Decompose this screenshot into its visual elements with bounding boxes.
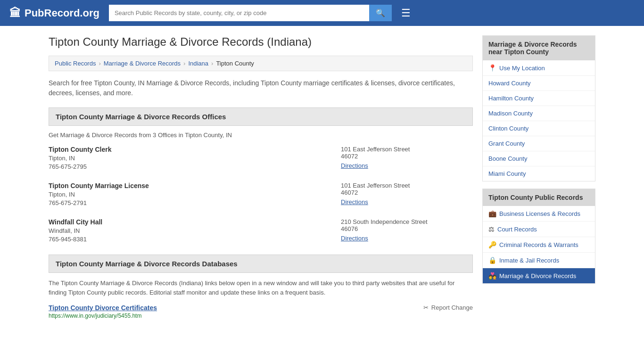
office-phone: 765-945-8381 [49, 236, 341, 243]
office-zip: 46072 [341, 153, 473, 160]
page-title: Tipton County Marriage & Divorce Records… [49, 35, 473, 49]
court-icon: ⚖ [488, 225, 495, 233]
sidebar-item-madison-county[interactable]: Madison County [483, 106, 595, 121]
nearby-section-header: Marriage & Divorce Records near Tipton C… [483, 36, 595, 60]
grant-county-link[interactable]: Grant County [488, 140, 525, 147]
search-button[interactable]: 🔍 [369, 5, 392, 21]
db-entry-left: Tipton County Divorce Certificates https… [49, 304, 157, 319]
page-description: Search for free Tipton County, IN Marria… [49, 78, 473, 98]
breadcrumb-public-records[interactable]: Public Records [55, 60, 96, 67]
howard-county-link[interactable]: Howard County [488, 80, 531, 87]
site-header: 🏛 PubRecord.org 🔍 ☰ [0, 0, 644, 26]
site-logo[interactable]: 🏛 PubRecord.org [9, 7, 99, 20]
inmate-records-link[interactable]: Inmate & Jail Records [499, 257, 559, 264]
miami-county-link[interactable]: Miami County [488, 170, 526, 177]
office-entry: Tipton County Clerk Tipton, IN 765-675-2… [49, 146, 473, 170]
sidebar-item-clinton-county[interactable]: Clinton County [483, 121, 595, 136]
search-input[interactable] [109, 5, 369, 21]
directions-link[interactable]: Directions [341, 198, 368, 206]
office-address: 210 South Independence Street [341, 218, 473, 225]
breadcrumb-sep-1: › [99, 60, 100, 67]
criminal-icon: 🔑 [488, 241, 496, 248]
offices-section-header: Tipton County Marriage & Divorce Records… [49, 107, 473, 126]
madison-county-link[interactable]: Madison County [488, 110, 533, 117]
directions-link[interactable]: Directions [341, 162, 368, 169]
office-entry: Windfall City Hall Windfall, IN 765-945-… [49, 218, 473, 243]
public-records-section: Tipton County Public Records 💼 Business … [482, 189, 595, 284]
directions-link[interactable]: Directions [341, 235, 368, 242]
sidebar-item-business-licenses[interactable]: 💼 Business Licenses & Records [483, 206, 595, 222]
breadcrumb-sep-3: › [211, 60, 213, 67]
business-icon: 💼 [488, 210, 496, 217]
office-name: Windfall City Hall [49, 218, 341, 226]
sidebar-item-inmate-records[interactable]: 🔒 Inmate & Jail Records [483, 253, 595, 268]
logo-icon: 🏛 [9, 7, 21, 20]
sidebar-item-miami-county[interactable]: Miami County [483, 166, 595, 181]
office-city: Tipton, IN [49, 155, 341, 162]
sidebar-item-hamilton-county[interactable]: Hamilton County [483, 91, 595, 106]
search-bar: 🔍 [109, 5, 392, 21]
public-records-header: Tipton County Public Records [483, 189, 595, 206]
main-container: Tipton County Marriage & Divorce Records… [39, 26, 605, 329]
marriage-icon: 💑 [488, 272, 496, 280]
offices-section-desc: Get Marriage & Divorce Records from 3 Of… [49, 132, 473, 139]
office-city: Tipton, IN [49, 191, 341, 198]
breadcrumb-marriage-records[interactable]: Marriage & Divorce Records [104, 60, 181, 67]
sidebar-item-boone-county[interactable]: Boone County [483, 151, 595, 166]
office-address: 101 East Jefferson Street [341, 182, 473, 189]
databases-section-header: Tipton County Marriage & Divorce Records… [49, 255, 473, 273]
hamilton-county-link[interactable]: Hamilton County [488, 95, 534, 102]
breadcrumb: Public Records › Marriage & Divorce Reco… [49, 56, 473, 71]
db-entry: Tipton County Divorce Certificates https… [49, 304, 473, 319]
main-content: Tipton County Marriage & Divorce Records… [49, 35, 473, 319]
sidebar-item-howard-county[interactable]: Howard County [483, 76, 595, 91]
office-phone: 765-675-2795 [49, 163, 341, 170]
office-city: Windfall, IN [49, 227, 341, 234]
sidebar-item-grant-county[interactable]: Grant County [483, 136, 595, 151]
inmate-icon: 🔒 [488, 256, 496, 264]
sidebar: Marriage & Divorce Records near Tipton C… [482, 35, 595, 319]
office-zip: 46072 [341, 189, 473, 196]
office-right: 101 East Jefferson Street 46072 Directio… [341, 182, 473, 206]
logo-text: PubRecord.org [25, 7, 99, 19]
office-entry: Tipton County Marriage License Tipton, I… [49, 182, 473, 206]
office-zip: 46076 [341, 225, 473, 232]
office-left: Windfall City Hall Windfall, IN 765-945-… [49, 218, 341, 243]
office-right: 101 East Jefferson Street 46072 Directio… [341, 146, 473, 170]
office-name: Tipton County Clerk [49, 146, 341, 153]
office-name: Tipton County Marriage License [49, 182, 341, 189]
sidebar-item-criminal-records[interactable]: 🔑 Criminal Records & Warrants [483, 237, 595, 253]
breadcrumb-sep-2: › [183, 60, 185, 67]
office-left: Tipton County Clerk Tipton, IN 765-675-2… [49, 146, 341, 170]
office-address: 101 East Jefferson Street [341, 146, 473, 153]
breadcrumb-indiana[interactable]: Indiana [188, 60, 208, 67]
sidebar-item-marriage-records[interactable]: 💑 Marriage & Divorce Records [483, 268, 595, 283]
menu-button[interactable]: ☰ [401, 8, 411, 18]
criminal-records-link[interactable]: Criminal Records & Warrants [499, 241, 578, 248]
location-icon: 📍 [488, 64, 496, 72]
db-url: https://www.in.gov/judiciary/5455.htm [49, 313, 141, 319]
court-records-link[interactable]: Court Records [497, 226, 537, 233]
office-phone: 765-675-2791 [49, 199, 341, 206]
sidebar-item-use-location[interactable]: 📍 Use My Location [483, 60, 595, 76]
databases-section-desc: The Tipton County Marriage & Divorce Rec… [49, 279, 473, 297]
nearby-records-section: Marriage & Divorce Records near Tipton C… [482, 35, 595, 181]
use-location-link[interactable]: Use My Location [499, 65, 545, 72]
clinton-county-link[interactable]: Clinton County [488, 125, 528, 132]
boone-county-link[interactable]: Boone County [488, 155, 527, 162]
db-link[interactable]: Tipton County Divorce Certificates [49, 304, 157, 312]
office-left: Tipton County Marriage License Tipton, I… [49, 182, 341, 206]
breadcrumb-current: Tipton County [216, 60, 254, 67]
sidebar-item-court-records[interactable]: ⚖ Court Records [483, 222, 595, 237]
business-licenses-link[interactable]: Business Licenses & Records [499, 210, 580, 217]
marriage-records-label: Marriage & Divorce Records [499, 272, 576, 280]
report-label: Report Change [431, 304, 473, 311]
report-icon: ✂ [423, 304, 429, 311]
office-right: 210 South Independence Street 46076 Dire… [341, 218, 473, 243]
report-change-button[interactable]: ✂ Report Change [423, 304, 473, 311]
